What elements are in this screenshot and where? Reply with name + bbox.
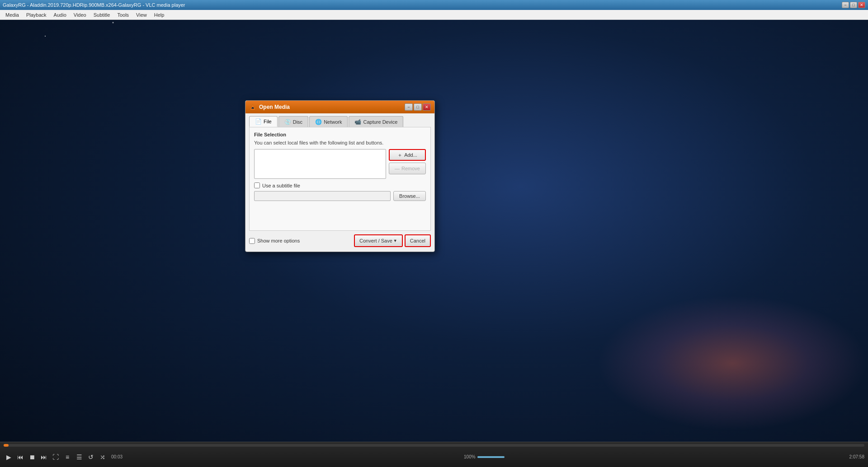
tab-file[interactable]: 📄 File bbox=[249, 116, 278, 127]
menu-subtitle[interactable]: Subtitle bbox=[90, 11, 114, 19]
menu-help[interactable]: Help bbox=[151, 11, 168, 19]
dialog-bottom: Show more options Convert / Save ▼ Cance… bbox=[245, 231, 434, 252]
loop-button[interactable]: ↺ bbox=[86, 452, 96, 462]
prev-button[interactable]: ⏮ bbox=[15, 452, 25, 462]
subtitle-path-input[interactable] bbox=[254, 191, 391, 201]
disc-tab-icon: 💿 bbox=[284, 119, 291, 125]
network-tab-icon: 🌐 bbox=[315, 119, 322, 125]
extended-button[interactable]: ≡ bbox=[62, 452, 72, 462]
dialog-close-button[interactable]: ✕ bbox=[423, 103, 431, 111]
tab-network[interactable]: 🌐 Network bbox=[309, 116, 348, 127]
subtitle-checkbox[interactable] bbox=[254, 182, 260, 188]
tab-capture[interactable]: 📹 Capture Device bbox=[349, 116, 403, 127]
menu-media[interactable]: Media bbox=[2, 11, 23, 19]
playlist-button[interactable]: ☰ bbox=[74, 452, 84, 462]
network-tab-label: Network bbox=[324, 119, 342, 125]
add-icon: ＋ bbox=[397, 152, 402, 159]
random-button[interactable]: ⤮ bbox=[98, 452, 108, 462]
dialog-maximize-button[interactable]: □ bbox=[414, 103, 422, 111]
volume-area: 100% bbox=[464, 454, 505, 459]
dialog-title-bar: Open Media − □ ✕ bbox=[245, 101, 434, 113]
file-tab-icon: 📄 bbox=[255, 118, 262, 125]
time-current: 00:03 bbox=[111, 454, 123, 459]
volume-bar-track[interactable] bbox=[477, 456, 505, 458]
disc-tab-label: Disc bbox=[293, 119, 302, 125]
fullscreen-button[interactable]: ⛶ bbox=[51, 452, 61, 462]
cloud-decoration bbox=[597, 295, 868, 431]
menu-playback[interactable]: Playback bbox=[23, 11, 50, 19]
show-more-checkbox[interactable] bbox=[249, 238, 255, 244]
remove-label: Remove bbox=[401, 166, 420, 171]
close-window-button[interactable]: ✕ bbox=[858, 2, 865, 8]
add-label: Add... bbox=[404, 152, 417, 158]
title-bar: GalaxyRG - Aladdin.2019.720p.HDRip.900MB… bbox=[0, 0, 868, 10]
convert-save-button[interactable]: Convert / Save ▼ bbox=[354, 234, 403, 247]
menu-tools[interactable]: Tools bbox=[113, 11, 132, 19]
dialog-window-controls: − □ ✕ bbox=[405, 103, 431, 111]
svg-point-1 bbox=[113, 22, 114, 23]
subtitle-input-row: Browse... bbox=[254, 191, 426, 201]
volume-label: 100% bbox=[464, 454, 476, 459]
file-action-buttons: ＋ Add... — Remove bbox=[389, 149, 426, 179]
vlc-icon bbox=[249, 103, 256, 111]
dialog-action-buttons: Convert / Save ▼ Cancel bbox=[354, 234, 431, 247]
dialog-content: File Selection You can select local file… bbox=[249, 127, 431, 231]
cancel-label: Cancel bbox=[410, 238, 425, 243]
bottom-bar: ▶ ⏮ ⏹ ⏭ ⛶ ≡ ☰ ↺ ⤮ 00:03 100% 2:07:58 bbox=[0, 442, 868, 467]
file-list-box bbox=[254, 149, 386, 179]
open-media-dialog: Open Media − □ ✕ 📄 File 💿 Disc 🌐 Network… bbox=[245, 100, 435, 252]
volume-bar-fill bbox=[477, 456, 505, 458]
capture-tab-label: Capture Device bbox=[363, 119, 397, 125]
convert-save-dropdown-arrow: ▼ bbox=[393, 238, 397, 243]
next-button[interactable]: ⏭ bbox=[39, 452, 49, 462]
maximize-button[interactable]: □ bbox=[850, 2, 857, 8]
menu-video[interactable]: Video bbox=[70, 11, 90, 19]
tab-disc[interactable]: 💿 Disc bbox=[278, 116, 308, 127]
time-total: 2:07:58 bbox=[849, 454, 864, 459]
subtitle-checkbox-label[interactable]: Use a subtitle file bbox=[254, 182, 300, 188]
subtitle-label-text: Use a subtitle file bbox=[262, 183, 300, 188]
menu-audio[interactable]: Audio bbox=[50, 11, 70, 19]
cancel-button[interactable]: Cancel bbox=[405, 234, 431, 247]
convert-save-label: Convert / Save bbox=[359, 238, 392, 243]
file-list-area: ＋ Add... — Remove bbox=[254, 149, 426, 179]
tabs-row: 📄 File 💿 Disc 🌐 Network 📹 Capture Device bbox=[245, 113, 434, 127]
subtitle-row: Use a subtitle file bbox=[254, 182, 426, 188]
window-title: GalaxyRG - Aladdin.2019.720p.HDRip.900MB… bbox=[3, 2, 842, 8]
controls-row: ▶ ⏮ ⏹ ⏭ ⛶ ≡ ☰ ↺ ⤮ 00:03 100% 2:07:58 bbox=[0, 447, 868, 467]
progress-bar-fill bbox=[4, 444, 9, 447]
capture-tab-icon: 📹 bbox=[354, 119, 361, 125]
file-tab-label: File bbox=[264, 119, 272, 124]
menu-bar: Media Playback Audio Video Subtitle Tool… bbox=[0, 10, 868, 20]
menu-view[interactable]: View bbox=[132, 11, 151, 19]
section-title: File Selection bbox=[254, 132, 426, 137]
minimize-button[interactable]: − bbox=[842, 2, 849, 8]
window-controls: − □ ✕ bbox=[842, 2, 865, 8]
play-button[interactable]: ▶ bbox=[4, 452, 14, 462]
browse-subtitle-button[interactable]: Browse... bbox=[393, 191, 426, 201]
remove-file-button[interactable]: — Remove bbox=[389, 163, 426, 174]
show-more-text: Show more options bbox=[257, 238, 300, 243]
dialog-title-text: Open Media bbox=[259, 104, 405, 110]
show-more-options-label[interactable]: Show more options bbox=[249, 238, 300, 244]
section-description: You can select local files with the foll… bbox=[254, 140, 426, 145]
svg-point-0 bbox=[45, 36, 46, 37]
progress-bar-track[interactable] bbox=[4, 444, 864, 447]
remove-icon: — bbox=[395, 166, 400, 171]
add-file-button[interactable]: ＋ Add... bbox=[389, 149, 426, 161]
dialog-minimize-button[interactable]: − bbox=[405, 103, 413, 111]
stop-button[interactable]: ⏹ bbox=[27, 452, 37, 462]
svg-rect-30 bbox=[251, 108, 254, 109]
